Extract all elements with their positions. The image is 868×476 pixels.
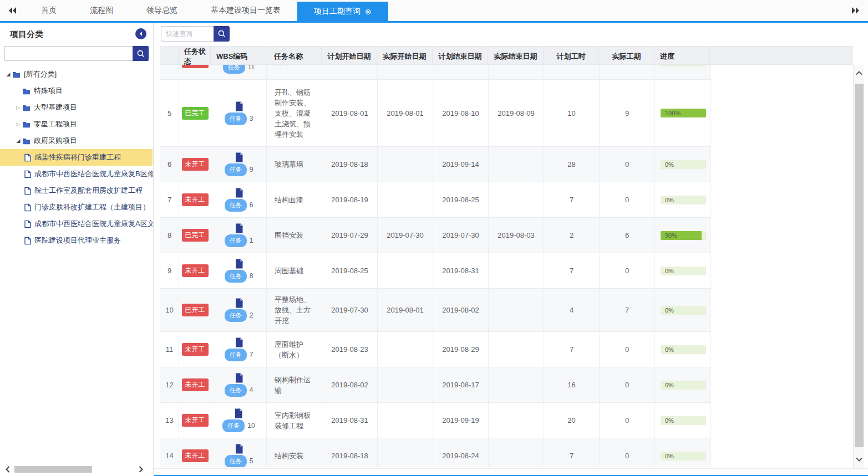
table-row-11[interactable]: 11未开工任务7屋面维护（断水）2019-08-232019-08-29700%: [160, 332, 711, 367]
tree-item-3[interactable]: ▷零星工程项目: [0, 116, 153, 132]
status-badge: 未开工: [182, 193, 209, 206]
cell-rownum: 11: [160, 332, 179, 367]
scroll-tabs-left-button[interactable]: [0, 0, 24, 21]
col-header-1: WBS编码: [211, 47, 266, 66]
tab-close-icon[interactable]: ⊗: [365, 8, 372, 16]
tab-1[interactable]: 流程图: [73, 0, 130, 21]
table-row-14[interactable]: 14未开工任务5结构安装2019-08-182019-08-24700%: [160, 438, 711, 467]
wbs-code: 9: [250, 165, 253, 175]
status-badge: 未开工: [182, 158, 209, 171]
cell-status: 已完工: [179, 80, 211, 146]
tree-item-9[interactable]: 成都市中西医结合医院儿童康复A区文化: [0, 216, 153, 232]
collapse-icon[interactable]: ◢: [14, 138, 22, 144]
cell-plan-hours: 7: [544, 438, 600, 467]
cell-plan-end: 2019-08-24: [433, 438, 489, 467]
tree-item-4[interactable]: ◢政府采购项目: [0, 132, 153, 149]
table-row-9[interactable]: 9未开工任务8周围基础2019-08-252019-08-31700%: [160, 253, 711, 289]
tree-item-label: 医院建设项目代理业主服务: [34, 236, 121, 245]
sidebar-collapse-button[interactable]: [135, 28, 146, 39]
cell-wbs: 任务4: [211, 367, 267, 402]
cell-actual-duration: 0: [600, 182, 655, 217]
cell-wbs: 任务10: [211, 403, 267, 438]
tree-item-8[interactable]: 门诊皮肤科改扩建工程（土建项目）: [0, 199, 153, 216]
table-row-13[interactable]: 13未开工任务10室内彩钢板装修工程2019-08-312019-09-1920…: [160, 403, 711, 438]
table-row-6[interactable]: 6未开工任务9玻璃幕墙2019-08-182019-09-142800%: [160, 147, 711, 182]
task-file-icon: [235, 337, 243, 347]
tab-label: 首页: [41, 6, 57, 16]
scrollbar-thumb[interactable]: [855, 84, 864, 447]
status-badge: 未开工: [182, 65, 209, 68]
cell-progress: 100%: [655, 80, 710, 146]
quick-search-input[interactable]: [161, 26, 214, 42]
cell-plan-start: 2019-09-15: [322, 65, 378, 79]
cell-actual-start: [378, 147, 433, 182]
cell-actual-duration: 0: [600, 403, 655, 438]
task-file-icon: [235, 298, 243, 308]
tree-item-0[interactable]: ◢[所有分类]: [0, 66, 153, 83]
scrollbar-down-arrow[interactable]: [854, 453, 865, 465]
tab-4[interactable]: 项目工期查询⊗: [297, 2, 388, 21]
task-file-icon: [235, 223, 243, 233]
sidebar-search-input[interactable]: [4, 46, 133, 61]
wbs-code: 4: [250, 385, 253, 396]
wbs-code: 6: [250, 200, 253, 211]
tree-item-5[interactable]: 感染性疾病科门诊重建工程: [0, 149, 153, 166]
cell-wbs: 任务5: [211, 438, 267, 467]
search-icon: [217, 29, 226, 38]
col-header-8: 实际工期: [599, 47, 654, 66]
cell-task-name: 室内彩钢板装修工程: [267, 403, 322, 438]
tree-item-2[interactable]: ▷大型基建项目: [0, 99, 153, 116]
cell-actual-duration: 0: [600, 438, 655, 467]
sidebar-search-button[interactable]: [133, 46, 149, 61]
expand-icon[interactable]: ▷: [14, 121, 22, 127]
tab-2[interactable]: 领导总览: [130, 0, 194, 21]
quick-search-button[interactable]: [214, 26, 230, 42]
tab-label: 流程图: [90, 6, 113, 16]
task-file-icon: [235, 101, 243, 111]
cell-actual-start: [378, 367, 433, 402]
table-row-10[interactable]: 10已开工任务2平整场地、放线、土方开挖2019-07-302019-08-01…: [160, 289, 711, 332]
table-row-4[interactable]: 4未开工任务11门窗工程2019-09-152019-09-20600%: [160, 65, 711, 80]
sidebar-horizontal-scrollbar: [0, 465, 153, 474]
cell-plan-start: 2019-08-31: [322, 403, 378, 438]
task-pill: 任务: [223, 65, 245, 74]
scroll-tabs-right-button[interactable]: [844, 0, 868, 21]
status-badge: 未开工: [182, 449, 209, 462]
cell-actual-start: [378, 332, 433, 367]
scrollbar-up-arrow[interactable]: [854, 67, 865, 79]
cell-status: 未开工: [179, 367, 211, 402]
table-row-12[interactable]: 12未开工任务4钢构制作运输2019-08-022019-08-171600%: [160, 367, 711, 403]
tree-item-7[interactable]: 院士工作室及配套用房改扩建工程: [0, 182, 153, 199]
cell-wbs: 任务11: [211, 65, 267, 79]
progress-label: 0%: [665, 267, 674, 275]
tab-0[interactable]: 首页: [24, 0, 73, 21]
file-icon: [24, 153, 31, 162]
progress-label: 90%: [665, 231, 677, 240]
cell-actual-end: [489, 332, 544, 367]
tab-3[interactable]: 基本建设项目一览表: [194, 0, 297, 21]
tree-item-10[interactable]: 医院建设项目代理业主服务: [0, 232, 153, 249]
cell-rownum: 8: [160, 218, 179, 253]
tree-item-1[interactable]: 特殊项目: [0, 83, 153, 99]
table-body: 4未开工任务11门窗工程2019-09-152019-09-20600%5已完工…: [160, 65, 853, 467]
table-row-5[interactable]: 5已完工任务3开孔、钢筋制作安装、支模、混凝土浇筑、预埋件安装2019-08-0…: [160, 80, 711, 147]
cell-task-name: 结构面漆: [267, 182, 322, 217]
tab-bar: 首页流程图领导总览基本建设项目一览表项目工期查询⊗: [0, 0, 868, 21]
tree-item-6[interactable]: 成都市中西医结合医院儿童康复B区修缮: [0, 166, 153, 182]
scrollbar-left-arrow[interactable]: [3, 465, 12, 474]
cell-rownum: 10: [160, 289, 179, 331]
expand-icon[interactable]: ▷: [14, 105, 22, 110]
table-row-8[interactable]: 8已完工任务1围挡安装2019-07-292019-07-302019-07-3…: [160, 218, 711, 253]
scrollbar-right-arrow[interactable]: [136, 465, 145, 474]
progress-bar: 0%: [661, 160, 706, 169]
cell-status: 未开工: [179, 438, 211, 467]
folder-icon: [22, 137, 31, 145]
collapse-icon[interactable]: ◢: [4, 71, 12, 77]
table-row-7[interactable]: 7未开工任务6结构面漆2019-08-192019-08-25700%: [160, 182, 711, 218]
scrollbar-thumb[interactable]: [14, 466, 92, 473]
cell-actual-duration: 0: [600, 367, 655, 402]
table-header: 任务状态WBS编码任务名称计划开始日期实际开始日期计划结束日期实际结束日期计划工…: [160, 46, 853, 65]
progress-bar: 0%: [661, 267, 706, 275]
cell-plan-end: 2019-09-19: [433, 403, 489, 438]
col-header-6: 实际结束日期: [488, 47, 544, 66]
